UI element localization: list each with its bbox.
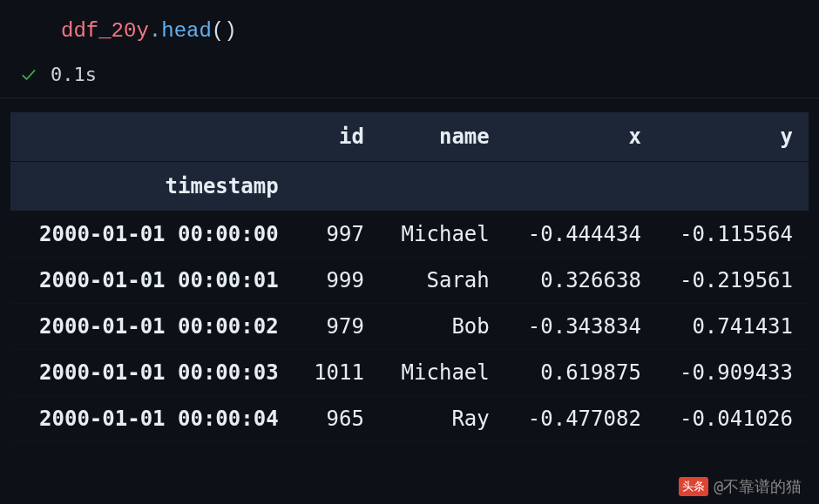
code-input[interactable]: ddf_20y.head() [0, 0, 819, 58]
code-close-paren: ) [224, 19, 236, 43]
dataframe-table: id name x y timestamp 2000-01-01 00:00:0… [10, 112, 809, 442]
index-corner [10, 112, 294, 162]
output-area: id name x y timestamp 2000-01-01 00:00:0… [0, 98, 819, 442]
row-index: 2000-01-01 00:00:03 [10, 350, 294, 396]
row-index: 2000-01-01 00:00:00 [10, 212, 294, 258]
cell-x: 0.326638 [505, 258, 657, 304]
check-icon [19, 65, 38, 84]
cell-x: -0.477082 [505, 396, 657, 442]
row-index: 2000-01-01 00:00:02 [10, 304, 294, 350]
cell-x: 0.619875 [505, 350, 657, 396]
cell-y: -0.219561 [657, 258, 809, 304]
code-method: head [161, 19, 212, 43]
cell-y: -0.041026 [657, 396, 809, 442]
cell-name: Ray [380, 396, 505, 442]
cell-x: -0.444434 [505, 212, 657, 258]
cell-y: -0.115564 [657, 212, 809, 258]
execution-status: 0.1s [0, 58, 819, 98]
row-index: 2000-01-01 00:00:04 [10, 396, 294, 442]
column-header: y [657, 112, 809, 162]
cell-name: Bob [380, 304, 505, 350]
table-row: 2000-01-01 00:00:02 979 Bob -0.343834 0.… [10, 304, 809, 350]
watermark-logo: 头条 [679, 477, 708, 496]
table-row: 2000-01-01 00:00:01 999 Sarah 0.326638 -… [10, 258, 809, 304]
cell-id: 997 [294, 212, 380, 258]
cell-x: -0.343834 [505, 304, 657, 350]
row-index: 2000-01-01 00:00:01 [10, 258, 294, 304]
cell-id: 979 [294, 304, 380, 350]
cell-id: 999 [294, 258, 380, 304]
watermark-text: @不靠谱的猫 [714, 476, 802, 497]
cell-y: -0.909433 [657, 350, 809, 396]
watermark: 头条 @不靠谱的猫 [679, 476, 802, 497]
cell-name: Sarah [380, 258, 505, 304]
table-body: 2000-01-01 00:00:00 997 Michael -0.44443… [10, 212, 809, 442]
column-header-row: id name x y [10, 112, 809, 162]
code-dot: . [149, 19, 161, 43]
column-header: x [505, 112, 657, 162]
table-row: 2000-01-01 00:00:04 965 Ray -0.477082 -0… [10, 396, 809, 442]
table-row: 2000-01-01 00:00:00 997 Michael -0.44443… [10, 212, 809, 258]
cell-name: Michael [380, 212, 505, 258]
column-header: name [380, 112, 505, 162]
code-variable: ddf_20y [61, 19, 149, 43]
column-header: id [294, 112, 380, 162]
cell-name: Michael [380, 350, 505, 396]
cell-id: 965 [294, 396, 380, 442]
index-name: timestamp [10, 162, 294, 212]
execution-time: 0.1s [51, 64, 97, 85]
table-row: 2000-01-01 00:00:03 1011 Michael 0.61987… [10, 350, 809, 396]
code-open-paren: ( [212, 19, 224, 43]
cell-y: 0.741431 [657, 304, 809, 350]
index-name-row: timestamp [10, 162, 809, 212]
cell-id: 1011 [294, 350, 380, 396]
